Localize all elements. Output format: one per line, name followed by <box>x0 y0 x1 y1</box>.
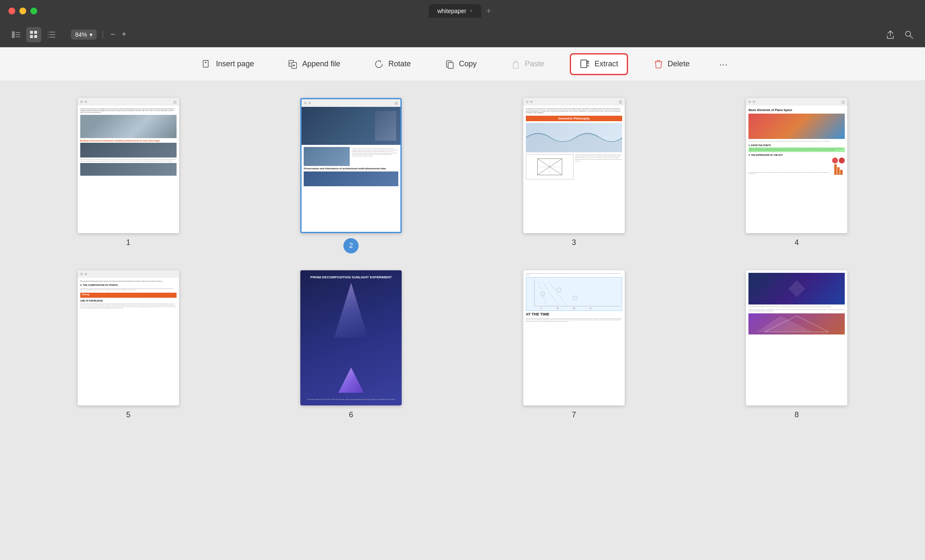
rotate-label: Rotate <box>388 60 411 68</box>
page4-section1: 1. KNOW THE POINTS <box>748 144 845 147</box>
tab-whitepaper[interactable]: whitepaper × <box>429 4 481 18</box>
zoom-in-button[interactable]: + <box>120 30 128 39</box>
copy-button[interactable]: Copy <box>436 55 485 73</box>
svg-line-15 <box>910 36 913 38</box>
pages-grid: ⊞ Combined with practical cases, the bui… <box>25 98 900 419</box>
page-thumb-8[interactable]: This experiment can be repeated over and… <box>746 270 847 405</box>
page1-text-top: Combined with practical cases, the build… <box>80 108 177 114</box>
page5-text-top: Points also have dominant and recessive … <box>80 280 177 282</box>
page-thumb-7[interactable]: These studies laid the foundation for th… <box>523 270 625 405</box>
thumb-expand-icon-3: ⊞ <box>619 100 622 104</box>
svg-point-43 <box>557 288 561 292</box>
page-item-8[interactable]: This experiment can be repeated over and… <box>694 270 900 419</box>
page-thumb-4[interactable]: ⊞ Basic Elements of Plane Space Any art … <box>746 98 847 233</box>
zoom-out-button[interactable]: − <box>109 30 117 39</box>
page2-col2-text: The practical results show that through … <box>351 147 399 166</box>
page-item-3[interactable]: ⊞ The specific point of the tower can be… <box>471 98 677 253</box>
svg-rect-27 <box>581 60 587 68</box>
page3-text-top: The specific point of the tower can be e… <box>526 108 622 114</box>
svg-rect-12 <box>49 37 55 38</box>
page-number-8: 8 <box>794 410 799 419</box>
page-number-1: 1 <box>126 238 131 247</box>
thumb-expand-icon-4: ⊞ <box>841 100 845 104</box>
sidebar-toggle-button[interactable] <box>8 27 24 42</box>
tab-close-icon[interactable]: × <box>470 8 473 14</box>
page-thumb-3[interactable]: ⊞ The specific point of the tower can be… <box>523 98 625 233</box>
page1-body-text: Combined with practical cases, multi-vie… <box>80 159 177 162</box>
svg-rect-4 <box>30 31 33 34</box>
page3-title: Geometric Philosophy <box>526 116 622 121</box>
append-file-label: Append file <box>302 60 340 68</box>
page1-image-top <box>80 115 177 138</box>
svg-rect-5 <box>34 31 37 34</box>
close-button[interactable] <box>8 8 15 14</box>
main-content: ⊞ Combined with practical cases, the bui… <box>0 81 925 560</box>
page-number-3: 3 <box>572 238 576 247</box>
page-thumb-5[interactable]: Points also have dominant and recessive … <box>78 270 179 405</box>
page1-image-bottom <box>80 163 177 176</box>
page-item-5[interactable]: Points also have dominant and recessive … <box>25 270 231 419</box>
page-number-6: 6 <box>349 410 353 419</box>
page2-bottom-img <box>304 171 398 186</box>
page6-prism <box>334 283 368 338</box>
delete-label: Delete <box>668 60 690 68</box>
page7-text-top: These studies laid the foundation for th… <box>526 273 622 276</box>
page-item-4[interactable]: ⊞ Basic Elements of Plane Space Any art … <box>694 98 900 253</box>
minimize-button[interactable] <box>19 8 26 14</box>
svg-text:A: A <box>541 307 542 310</box>
paste-button[interactable]: Paste <box>502 55 553 73</box>
page3-diagram-box <box>526 154 574 179</box>
append-file-button[interactable]: PDF Append file <box>279 55 348 73</box>
page-item-6[interactable]: PRISM DECOMPOSITION SUNLIGHT EXPERIMENT … <box>248 270 454 419</box>
thumb-expand-icon-2: ⊞ <box>394 101 398 106</box>
svg-rect-26 <box>513 63 518 68</box>
svg-text:B: B <box>557 307 558 310</box>
svg-rect-9 <box>48 32 49 33</box>
zoom-level-label: 84% <box>75 31 87 38</box>
action-toolbar: Insert page PDF Append file Rotate Copy … <box>0 47 925 81</box>
page4-title: Basic Elements of Plane Space <box>748 108 845 112</box>
page-number-4: 4 <box>794 238 799 247</box>
new-tab-button[interactable]: + <box>481 6 496 16</box>
thumb-header-5 <box>78 270 179 278</box>
svg-rect-10 <box>49 34 55 35</box>
page-item-2[interactable]: ⊞ The practical results show that throug… <box>248 98 454 253</box>
page3-wave-img <box>526 123 622 152</box>
svg-rect-0 <box>12 31 15 38</box>
more-options-button[interactable]: ··· <box>715 58 732 70</box>
grid-view-button[interactable] <box>26 27 41 42</box>
search-button[interactable] <box>901 27 917 42</box>
zoom-dropdown-icon: ▾ <box>90 31 92 38</box>
title-bar: whitepaper × + <box>0 0 925 22</box>
maximize-button[interactable] <box>30 8 37 14</box>
page5-section-title: 3. THE COMPOSITION OF POINTS <box>80 284 177 287</box>
page4-section2-text: Point, the interpretation of "O line" in… <box>748 172 831 175</box>
svg-rect-3 <box>16 36 20 37</box>
delete-button[interactable]: Delete <box>645 55 698 73</box>
page-item-1[interactable]: ⊞ Combined with practical cases, the bui… <box>25 98 231 253</box>
extract-button[interactable]: Extract <box>570 53 628 75</box>
svg-rect-25 <box>448 63 453 68</box>
page-item-7[interactable]: These studies laid the foundation for th… <box>471 270 677 419</box>
page3-text-right: To geometry topology and related branche… <box>575 154 622 179</box>
share-button[interactable] <box>883 27 898 42</box>
page5-line-text: The composition of ordered points have m… <box>80 303 177 309</box>
list-view-button[interactable] <box>44 27 59 42</box>
svg-rect-2 <box>16 34 20 35</box>
rotate-button[interactable]: Rotate <box>365 55 419 73</box>
page-thumb-1[interactable]: ⊞ Combined with practical cases, the bui… <box>78 98 179 233</box>
zoom-control[interactable]: 84% ▾ <box>71 30 97 40</box>
thumb-header-4: ⊞ <box>746 98 847 106</box>
svg-rect-7 <box>34 35 37 38</box>
svg-text:M: M <box>573 307 575 310</box>
svg-line-39 <box>539 282 547 306</box>
page-thumb-2[interactable]: ⊞ The practical results show that throug… <box>300 98 402 233</box>
svg-point-42 <box>541 292 545 296</box>
insert-page-button[interactable]: Insert page <box>193 55 262 73</box>
view-controls <box>8 27 59 42</box>
traffic-lights <box>8 8 37 14</box>
page4-highlight-text: Point, the condensation of "0 line" is s… <box>748 147 845 152</box>
page-thumb-6[interactable]: PRISM DECOMPOSITION SUNLIGHT EXPERIMENT … <box>300 270 402 405</box>
svg-line-41 <box>549 282 567 306</box>
page5-line-title: LINE OF KNOWLEDGE <box>80 299 177 302</box>
